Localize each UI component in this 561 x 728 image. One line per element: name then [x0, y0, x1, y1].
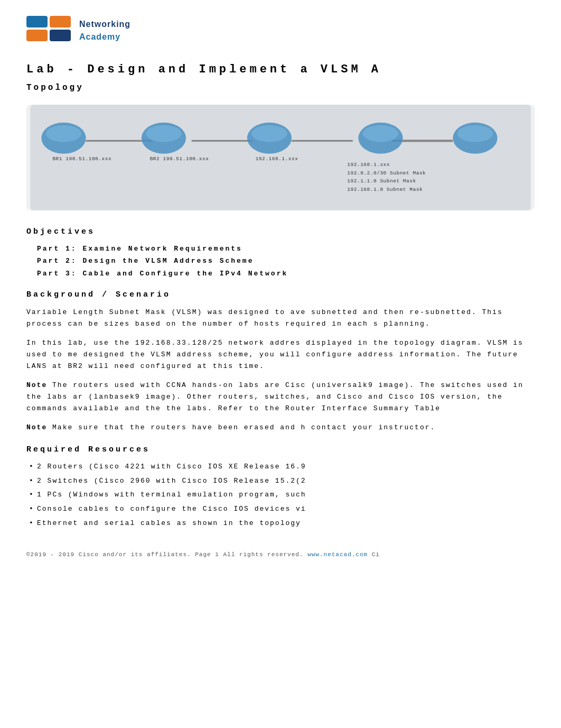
svg-point-9 [146, 125, 181, 142]
background-paragraph-1: Variable Length Subnet Mask (VLSM) was d… [26, 307, 535, 330]
page-footer: ©2019 - 2019 Cisco and/or its affiliates… [26, 545, 535, 559]
svg-text:192.1.1.0 Subnet Mask: 192.1.1.0 Subnet Mask [347, 178, 416, 184]
svg-text:192.168.1.0 Subnet Mask: 192.168.1.0 Subnet Mask [347, 187, 423, 192]
objectives-heading: Objectives [26, 226, 535, 238]
resource-item-3: 1 PCs (Windows with terminal emulation p… [32, 490, 535, 501]
resource-item-2: 2 Switches (Cisco 2960 with Cisco IOS Re… [32, 476, 535, 487]
footer-copyright: ©2019 - 2019 Cisco and/or its affiliates… [26, 551, 191, 558]
logo-cell-2 [50, 16, 71, 27]
resource-item-5: Ethernet and serial cables as shown in t… [32, 518, 535, 529]
svg-text:192.168.1.xxx: 192.168.1.xxx [347, 162, 390, 168]
background-note-2: Note Make sure that the routers have bee… [26, 422, 535, 434]
svg-text:BR2 198.51.100.xxx: BR2 198.51.100.xxx [150, 156, 209, 162]
topology-svg: BR1 198.51.100.xxx BR2 198.51.100.xxx 19… [26, 105, 535, 210]
footer-page: Page 1 [195, 551, 219, 558]
topology-heading: Topology [26, 81, 535, 94]
logo-container: Networking Academy [26, 16, 535, 45]
background-paragraph-2: In this lab, use the 192.168.33.128/25 n… [26, 337, 535, 372]
required-resources-list: 2 Routers (Cisco 4221 with Cisco IOS XE … [26, 462, 535, 529]
note2-bold-label: Note [26, 423, 47, 431]
background-heading: Background / Scenario [26, 289, 535, 301]
footer-rights: All rights reserved. [223, 551, 303, 558]
objective-item-3: Part 3: Cable and Configure the IPv4 Net… [37, 269, 535, 279]
svg-text:BR1 198.51.100.xxx: BR1 198.51.100.xxx [52, 156, 111, 162]
logo-text: Networking Academy [79, 18, 130, 43]
footer-url[interactable]: www.netacad.com [307, 551, 368, 558]
background-note-1: Note The routers used with CCNA hands-on… [26, 380, 535, 414]
svg-point-17 [457, 125, 493, 142]
note2-text: Make sure that the routers have been era… [52, 423, 435, 431]
note1-text: The routers used with CCNA hands-on labs… [26, 381, 523, 412]
logo-cell-4 [50, 30, 71, 41]
page-title: Lab - Design and Implement a VLSM A [26, 61, 535, 78]
resource-item-4: Console cables to configure the Cisco IO… [32, 504, 535, 515]
svg-text:192.0.2.0/30 Subnet Mask: 192.0.2.0/30 Subnet Mask [347, 170, 426, 176]
required-resources-heading: Required Resources [26, 444, 535, 456]
note1-bold-label: Note [26, 381, 47, 389]
svg-point-12 [251, 125, 287, 142]
logo-cell-1 [26, 16, 48, 27]
logo-networking: Networking [79, 18, 130, 31]
footer-ci: Ci [372, 551, 380, 558]
svg-point-15 [363, 125, 398, 142]
logo-graphic [26, 16, 74, 45]
svg-point-6 [46, 125, 81, 142]
objective-item-1: Part 1: Examine Network Requirements [37, 244, 535, 254]
objective-item-2: Part 2: Design the VLSM Address Scheme [37, 256, 535, 266]
topology-diagram: BR1 198.51.100.xxx BR2 198.51.100.xxx 19… [26, 105, 535, 210]
resource-item-1: 2 Routers (Cisco 4221 with Cisco IOS XE … [32, 462, 535, 473]
svg-text:192.168.1.xxx: 192.168.1.xxx [256, 156, 298, 162]
logo-cell-3 [26, 30, 48, 41]
logo-academy: Academy [79, 31, 130, 43]
